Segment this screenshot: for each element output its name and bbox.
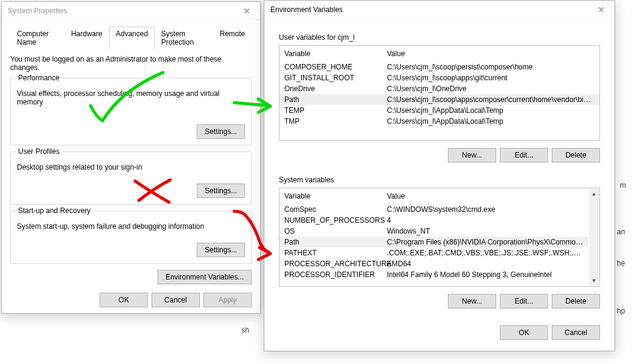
ok-button[interactable]: OK: [100, 293, 148, 307]
table-row[interactable]: PathC:\Users\cjm_l\scoop\apps\composer\c…: [279, 94, 599, 105]
user-profiles-legend: User Profiles: [16, 147, 62, 156]
cancel-button[interactable]: Cancel: [552, 325, 600, 340]
list-header[interactable]: Variable Value: [279, 48, 599, 62]
sys-delete-button[interactable]: Delete: [552, 294, 600, 308]
user-variables-label: User variables for cjm_l: [279, 33, 600, 42]
table-row[interactable]: OSWindows_NT: [279, 226, 589, 237]
user-variables-list[interactable]: Variable Value COMPOSER_HOMEC:\Users\cjm…: [279, 45, 600, 141]
titlebar[interactable]: Environment Variables ✕: [264, 1, 614, 19]
cell-value: Intel64 Family 6 Model 60 Stepping 3, Ge…: [387, 270, 584, 279]
table-row[interactable]: PROCESSOR_ARCHITECTUREAMD64: [279, 258, 589, 269]
user-profiles-desc: Desktop settings related to your sign-in: [17, 163, 245, 171]
startup-desc: System start-up, system failure and debu…: [17, 222, 245, 231]
scroll-up-icon[interactable]: ▲: [589, 189, 599, 199]
tab-system-protection[interactable]: System Protection: [155, 27, 213, 49]
cancel-button[interactable]: Cancel: [152, 293, 200, 307]
bg-text-m: m: [620, 181, 626, 190]
startup-legend: Start-up and Recovery: [16, 206, 93, 215]
cell-value: C:\Users\cjm_l\scoop\apps\composer\curre…: [387, 95, 595, 104]
bg-text-sh: sh: [241, 326, 249, 334]
table-row[interactable]: TMPC:\Users\cjm_l\AppData\Local\Temp: [279, 116, 599, 127]
cell-variable: TMP: [284, 117, 387, 126]
cell-value: Windows_NT: [387, 227, 584, 235]
user-edit-button[interactable]: Edit...: [500, 148, 548, 162]
user-profiles-group: User Profiles Desktop settings related t…: [10, 152, 252, 205]
cell-value: C:\Users\cjm_l\scoop\apps\git\current: [387, 74, 595, 82]
cell-value: C:\Users\cjm_l\scoop\persist\composer\ho…: [387, 63, 595, 71]
table-row[interactable]: TEMPC:\Users\cjm_l\AppData\Local\Temp: [279, 105, 599, 116]
bg-text-an: an: [617, 228, 625, 236]
header-value[interactable]: Value: [387, 192, 584, 200]
header-variable[interactable]: Variable: [284, 49, 387, 58]
performance-desc: Visual effects, processor scheduling, me…: [17, 89, 245, 106]
system-properties-dialog: System Properties ✕ Computer Name Hardwa…: [1, 1, 261, 314]
tab-advanced[interactable]: Advanced: [109, 27, 155, 49]
table-row[interactable]: OneDriveC:\Users\cjm_l\OneDrive: [279, 83, 599, 94]
cell-variable: PATHEXT: [284, 249, 387, 257]
table-row[interactable]: GIT_INSTALL_ROOTC:\Users\cjm_l\scoop\app…: [279, 72, 599, 83]
close-icon[interactable]: ✕: [234, 2, 260, 19]
performance-settings-button[interactable]: Settings...: [197, 124, 245, 139]
user-profiles-settings-button[interactable]: Settings...: [197, 184, 245, 198]
user-delete-button[interactable]: Delete: [552, 148, 600, 162]
apply-button[interactable]: Apply: [203, 293, 252, 307]
table-row[interactable]: PROCESSOR_IDENTIFIERIntel64 Family 6 Mod…: [279, 269, 589, 280]
performance-group: Performance Visual effects, processor sc…: [10, 78, 252, 145]
tab-hardware[interactable]: Hardware: [65, 27, 109, 49]
cell-variable: ComSpec: [284, 205, 387, 214]
dialog-title: Environment Variables: [270, 5, 588, 14]
sys-new-button[interactable]: New...: [448, 294, 496, 308]
user-new-button[interactable]: New...: [448, 148, 496, 162]
dialog-title: System Properties: [8, 7, 234, 15]
table-row[interactable]: NUMBER_OF_PROCESSORS4: [279, 215, 589, 226]
cell-variable: NUMBER_OF_PROCESSORS: [284, 216, 387, 225]
environment-variables-dialog: Environment Variables ✕ User variables f…: [264, 0, 615, 351]
system-variables-list[interactable]: Variable Value ComSpecC:\WINDOWS\system3…: [279, 188, 600, 287]
scrollbar[interactable]: ▲ ▼: [589, 189, 599, 286]
table-row[interactable]: PathC:\Program Files (x86)\NVIDIA Corpor…: [279, 237, 589, 247]
admin-note: You must be logged on as an Administrato…: [10, 55, 252, 72]
titlebar[interactable]: System Properties ✕: [2, 2, 260, 20]
tab-bar: Computer Name Hardware Advanced System P…: [10, 26, 252, 49]
cell-variable: COMPOSER_HOME: [284, 63, 387, 71]
tab-remote[interactable]: Remote: [213, 27, 252, 49]
bg-text-hp: hp: [617, 307, 625, 315]
system-variables-label: System variables: [279, 176, 600, 184]
header-value[interactable]: Value: [387, 49, 595, 58]
cell-value: C:\Users\cjm_l\OneDrive: [387, 85, 595, 93]
header-variable[interactable]: Variable: [284, 192, 387, 200]
scroll-down-icon[interactable]: ▼: [589, 276, 599, 286]
cell-variable: PROCESSOR_ARCHITECTURE: [284, 260, 387, 268]
performance-legend: Performance: [16, 74, 62, 82]
cell-variable: Path: [284, 95, 387, 104]
cell-variable: OneDrive: [284, 85, 387, 93]
startup-group: Start-up and Recovery System start-up, s…: [10, 211, 252, 264]
ok-button[interactable]: OK: [500, 325, 548, 340]
cell-value: C:\Program Files (x86)\NVIDIA Corporatio…: [387, 238, 584, 246]
environment-variables-button[interactable]: Environment Variables...: [158, 270, 252, 284]
cell-value: 4: [387, 216, 584, 225]
cell-variable: PROCESSOR_IDENTIFIER: [284, 270, 387, 279]
cell-variable: Path: [284, 238, 387, 246]
cell-value: .COM;.EXE;.BAT;.CMD;.VBS;.VBE;.JS;.JSE;.…: [387, 249, 584, 257]
cell-value: C:\WINDOWS\system32\cmd.exe: [387, 205, 584, 214]
sys-edit-button[interactable]: Edit...: [500, 294, 548, 308]
close-icon[interactable]: ✕: [588, 1, 614, 18]
cell-value: C:\Users\cjm_l\AppData\Local\Temp: [387, 117, 595, 126]
cell-variable: OS: [284, 227, 387, 235]
list-header[interactable]: Variable Value: [279, 191, 589, 204]
bg-text-he: he: [617, 259, 625, 267]
tab-computer-name[interactable]: Computer Name: [10, 27, 65, 49]
table-row[interactable]: COMPOSER_HOMEC:\Users\cjm_l\scoop\persis…: [279, 62, 599, 72]
cell-variable: TEMP: [284, 106, 387, 115]
startup-settings-button[interactable]: Settings...: [197, 243, 245, 257]
cell-value: C:\Users\cjm_l\AppData\Local\Temp: [387, 106, 595, 115]
cell-variable: GIT_INSTALL_ROOT: [284, 74, 387, 82]
table-row[interactable]: PATHEXT.COM;.EXE;.BAT;.CMD;.VBS;.VBE;.JS…: [279, 247, 589, 258]
table-row[interactable]: ComSpecC:\WINDOWS\system32\cmd.exe: [279, 204, 589, 215]
cell-value: AMD64: [387, 260, 584, 268]
